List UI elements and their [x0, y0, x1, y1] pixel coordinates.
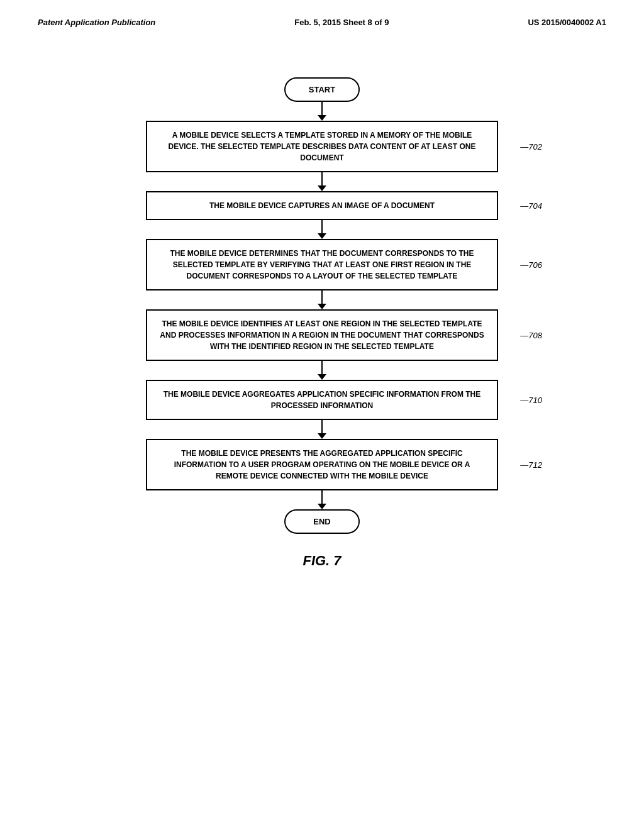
process-box-706: THE MOBILE DEVICE DETERMINES THAT THE DO…	[146, 239, 498, 290]
end-node: END	[284, 509, 360, 534]
arrow-line	[321, 220, 323, 233]
step-wrapper-706: THE MOBILE DEVICE DETERMINES THAT THE DO…	[146, 239, 498, 290]
flowchart-diagram: START A MOBILE DEVICE SELECTS A TEMPLATE…	[0, 77, 644, 594]
step-label-710: —710	[520, 396, 542, 405]
process-box-708: THE MOBILE DEVICE IDENTIFIES AT LEAST ON…	[146, 309, 498, 361]
arrow-line	[321, 361, 323, 374]
process-box-704: THE MOBILE DEVICE CAPTURES AN IMAGE OF A…	[146, 191, 498, 220]
header-right: US 2015/0040002 A1	[528, 18, 606, 27]
step-label-706: —706	[520, 260, 542, 270]
arrow-7	[318, 490, 326, 509]
step-wrapper-710: THE MOBILE DEVICE AGGREGATES APPLICATION…	[146, 380, 498, 420]
arrow-3	[318, 220, 326, 239]
step-wrapper-712: THE MOBILE DEVICE PRESENTS THE AGGREGATE…	[146, 439, 498, 490]
arrow-line	[321, 490, 323, 504]
step-label-712: —712	[520, 460, 542, 470]
arrow-6	[318, 420, 326, 439]
process-box-712: THE MOBILE DEVICE PRESENTS THE AGGREGATE…	[146, 439, 498, 490]
header-left: Patent Application Publication	[38, 18, 155, 27]
arrow-2	[318, 172, 326, 191]
process-box-702: A MOBILE DEVICE SELECTS A TEMPLATE STORE…	[146, 121, 498, 172]
step-wrapper-708: THE MOBILE DEVICE IDENTIFIES AT LEAST ON…	[146, 309, 498, 361]
arrow-line	[321, 420, 323, 433]
page-header: Patent Application Publication Feb. 5, 2…	[0, 0, 644, 27]
arrow-line	[321, 172, 323, 185]
arrow-head	[318, 374, 326, 380]
process-box-710: THE MOBILE DEVICE AGGREGATES APPLICATION…	[146, 380, 498, 420]
arrow-head	[318, 115, 326, 121]
step-wrapper-702: A MOBILE DEVICE SELECTS A TEMPLATE STORE…	[146, 121, 498, 172]
arrow-head	[318, 304, 326, 309]
step-wrapper-704: THE MOBILE DEVICE CAPTURES AN IMAGE OF A…	[146, 191, 498, 220]
step-label-702: —702	[520, 142, 542, 152]
figure-caption: FIG. 7	[303, 553, 341, 569]
arrow-head	[318, 504, 326, 509]
arrow-head	[318, 433, 326, 439]
arrow-head	[318, 185, 326, 191]
arrow-line	[321, 102, 323, 115]
arrow-line	[321, 290, 323, 304]
header-center: Feb. 5, 2015 Sheet 8 of 9	[294, 18, 389, 27]
arrow-1	[318, 102, 326, 121]
start-node: START	[284, 77, 360, 102]
arrow-4	[318, 290, 326, 309]
step-label-708: —708	[520, 331, 542, 340]
step-label-704: —704	[520, 201, 542, 211]
arrow-head	[318, 233, 326, 239]
arrow-5	[318, 361, 326, 380]
